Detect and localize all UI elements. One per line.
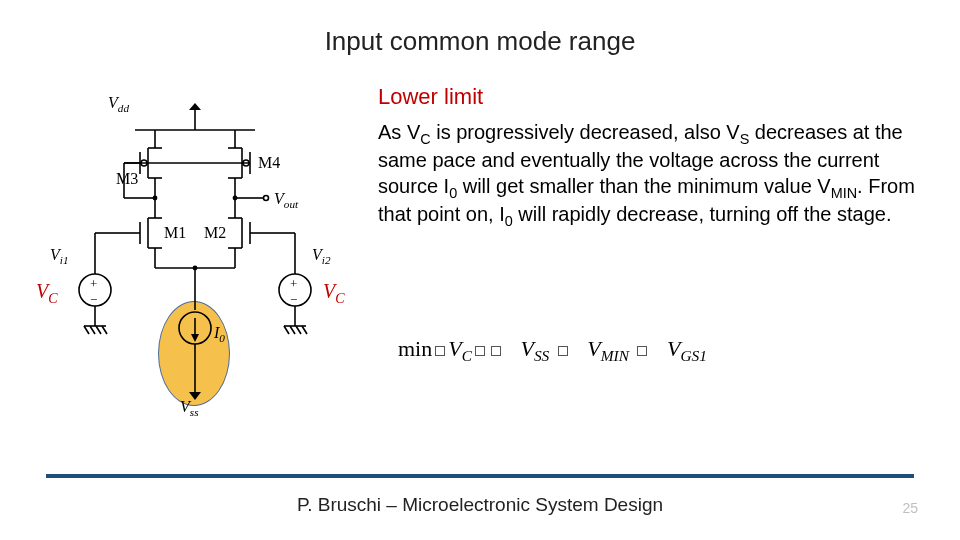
svg-marker-42 [191, 334, 199, 342]
label-plus-right: + [290, 276, 297, 292]
label-vi2: Vi2 [312, 246, 330, 266]
svg-line-60 [290, 326, 295, 334]
svg-line-51 [90, 326, 95, 334]
subtitle-lower-limit: Lower limit [378, 84, 483, 110]
label-vdd: Vdd [108, 94, 129, 114]
label-minus-right: − [290, 292, 297, 308]
label-i0: I0 [214, 324, 225, 344]
label-plus-left: + [90, 276, 97, 292]
slide-title: Input common mode range [0, 26, 960, 57]
svg-line-62 [302, 326, 307, 334]
label-vss: Vss [180, 398, 199, 418]
svg-marker-2 [189, 103, 201, 110]
circuit-svg [40, 100, 360, 440]
svg-line-61 [296, 326, 301, 334]
svg-line-59 [284, 326, 289, 334]
equation-min-vc: minVC VSS VMIN VGS1 [398, 336, 707, 365]
circuit-diagram: Vdd M3 M4 Vout M1 M2 Vi1 Vi2 + − + − I0 … [40, 100, 360, 440]
page-number: 25 [902, 500, 918, 516]
body-paragraph: As VC is progressively decreased, also V… [378, 120, 918, 231]
svg-point-39 [193, 266, 198, 271]
svg-line-53 [102, 326, 107, 334]
label-m4: M4 [258, 154, 280, 172]
svg-point-24 [264, 196, 269, 201]
label-minus-left: − [90, 292, 97, 308]
label-m3: M3 [116, 170, 138, 188]
label-m2: M2 [204, 224, 226, 242]
label-vi1: Vi1 [50, 246, 68, 266]
footer-divider [46, 474, 914, 478]
svg-line-50 [84, 326, 89, 334]
footer-author: P. Bruschi – Microelectronic System Desi… [0, 494, 960, 516]
label-vc-right: VC [323, 280, 345, 307]
svg-line-52 [96, 326, 101, 334]
label-m1: M1 [164, 224, 186, 242]
label-vout: Vout [274, 190, 298, 210]
label-vc-left: VC [36, 280, 58, 307]
